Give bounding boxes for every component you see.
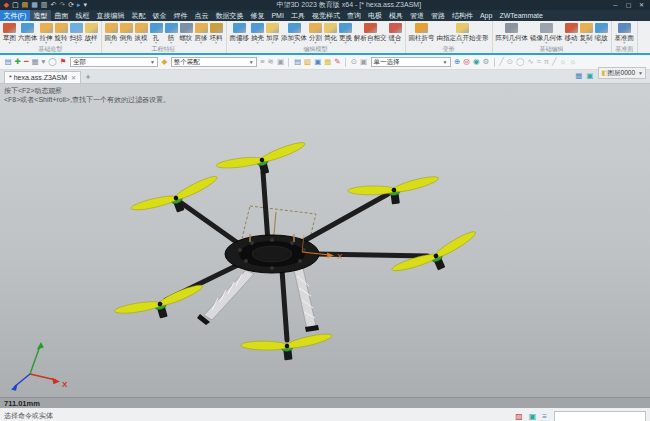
tab-线框[interactable]: 线框 <box>72 10 93 21</box>
minimize-button[interactable]: ─ <box>609 0 622 10</box>
ribbon-item[interactable]: 旋转▾ <box>54 22 69 44</box>
folder-tool-icon[interactable]: ▧ <box>304 55 311 69</box>
tab-结构件[interactable]: 结构件 <box>448 10 476 21</box>
target-icon[interactable]: ⊙ <box>351 55 357 69</box>
entity-filter-select[interactable]: 全部▼ <box>70 57 158 67</box>
ribbon-item[interactable]: 坯料▾ <box>209 22 224 44</box>
tab-修复[interactable]: 修复 <box>247 10 268 21</box>
layer-select[interactable]: ◧ 图层0000 ▼ <box>598 67 646 79</box>
tab-直接编辑[interactable]: 直接编辑 <box>93 10 128 21</box>
tab-点云[interactable]: 点云 <box>191 10 212 21</box>
ribbon-item[interactable]: 圆角▾ <box>104 22 119 44</box>
print-icon[interactable]: ▥ <box>41 0 48 10</box>
tab-模具[interactable]: 模具 <box>385 10 406 21</box>
snap-center-icon[interactable]: ⊙ <box>507 55 513 69</box>
tab-文件(F)[interactable]: 文件(F) <box>0 10 30 21</box>
list-view-icon[interactable]: ≡ <box>260 55 264 69</box>
ribbon-item[interactable]: 倒角▾ <box>119 22 134 44</box>
stop-icon[interactable]: ▣ <box>360 55 367 69</box>
ribbon-item[interactable]: 镜像几何体▾ <box>529 22 564 44</box>
ribbon-item[interactable]: 简化▾ <box>323 22 338 44</box>
display-status-icon[interactable]: ▣ <box>529 412 537 421</box>
maximize-button[interactable]: ▢ <box>622 0 635 10</box>
new-document-button[interactable]: ＋ <box>81 71 95 83</box>
assembly-scope-icon[interactable]: ◆ <box>161 55 167 69</box>
display-mode-icon[interactable]: ▣ <box>586 71 593 80</box>
command-input[interactable] <box>554 411 646 421</box>
circle-snap-icon[interactable]: ◯ <box>48 55 56 69</box>
ribbon-item[interactable]: 螺纹▾ <box>179 22 194 44</box>
list-status-icon[interactable]: ≡ <box>542 412 547 421</box>
new-file-icon[interactable]: ▢ <box>12 0 19 10</box>
ribbon-item[interactable]: 移动▾ <box>564 22 579 44</box>
tab-管道[interactable]: 管道 <box>406 10 427 21</box>
tab-焊件[interactable]: 焊件 <box>170 10 191 21</box>
snap-sun-icon[interactable]: ☼ <box>560 55 567 69</box>
panel-view-icon[interactable]: ▣ <box>277 55 284 69</box>
more-dropdown-icon[interactable]: ▾ <box>84 0 88 10</box>
ribbon-item[interactable]: 拉伸▾ <box>39 22 54 44</box>
ribbon-item[interactable]: 基准面▾ <box>614 22 636 44</box>
ribbon-item[interactable]: 唇缘▾ <box>194 22 209 44</box>
pick-flag-icon[interactable]: ⚑ <box>60 55 67 69</box>
tab-曲面[interactable]: 曲面 <box>51 10 72 21</box>
ribbon-item[interactable]: 放样▾ <box>84 22 99 44</box>
tab-ZWTeammate[interactable]: ZWTeammate <box>496 10 547 21</box>
ribbon-item[interactable]: 扫掠▾ <box>69 22 84 44</box>
viewport-3d[interactable]: 按下<F2>动态观察 <F8>或者<Shift+roll>,查找下一个有效的过滤… <box>0 84 650 397</box>
tab-查询[interactable]: 查询 <box>343 10 364 21</box>
view-grid-icon[interactable]: ▦ <box>575 71 582 80</box>
tab-数据交换[interactable]: 数据交换 <box>212 10 247 21</box>
doc-tool-icon[interactable]: ▤ <box>294 55 301 69</box>
save-icon[interactable]: ▦ <box>31 0 38 10</box>
ribbon-item[interactable]: 面偏移▾ <box>229 22 251 44</box>
sheet-tool-icon[interactable]: ▦ <box>324 55 331 69</box>
play-icon[interactable]: ▸ <box>77 0 81 10</box>
grid-caret-icon[interactable]: ▾ <box>42 55 46 69</box>
snap-curve-icon[interactable]: ∿ <box>527 55 533 69</box>
stack-view-icon[interactable]: ≋ <box>268 55 274 69</box>
grid-snap-icon[interactable]: ▦ <box>31 55 38 69</box>
selection-filter-icon[interactable]: ▨ <box>515 412 523 421</box>
ribbon-item[interactable]: 分割▾ <box>308 22 323 44</box>
tab-钣金[interactable]: 钣金 <box>149 10 170 21</box>
snap-line-icon[interactable]: ╱ <box>499 55 504 69</box>
tab-装配[interactable]: 装配 <box>128 10 149 21</box>
ribbon-item[interactable]: 抽壳▾ <box>250 22 265 44</box>
document-close-icon[interactable]: ✕ <box>71 74 76 81</box>
ribbon-item[interactable]: 六面体▾ <box>17 22 39 44</box>
window-tool-icon[interactable]: ▣ <box>314 55 321 69</box>
edit-tool-icon[interactable]: ✎ <box>334 55 340 69</box>
snap-diag-icon[interactable]: ╱ <box>552 55 557 69</box>
snap-pi-icon[interactable]: π <box>544 55 549 69</box>
ribbon-item[interactable]: 加厚▾ <box>265 22 280 44</box>
tab-视觉样式[interactable]: 视觉样式 <box>308 10 343 21</box>
redo-icon[interactable]: ↷ <box>59 0 65 10</box>
ribbon-item[interactable]: 筋▾ <box>164 22 179 44</box>
ribbon-item[interactable]: 缝合▾ <box>388 22 403 44</box>
ribbon-item[interactable]: 孔▾ <box>149 22 164 44</box>
move-handle-icon[interactable]: ⊕ <box>454 55 460 69</box>
tab-造型[interactable]: 造型 <box>30 10 51 21</box>
point-handle-icon[interactable]: ◉ <box>473 55 480 69</box>
ribbon-item[interactable]: 添加实体▾ <box>280 22 308 44</box>
settings-icon[interactable]: ⚙ <box>482 55 489 69</box>
scope-select[interactable]: 整个装配▼ <box>171 57 257 67</box>
tab-电极[interactable]: 电极 <box>364 10 385 21</box>
tab-PMI[interactable]: PMI <box>268 10 287 21</box>
ribbon-item[interactable]: 草图▾ <box>2 22 17 44</box>
undo-icon[interactable]: ↶ <box>50 0 56 10</box>
ribbon-item[interactable]: 复制▾ <box>579 22 594 44</box>
tab-App[interactable]: App <box>476 10 495 21</box>
snap-spline-icon[interactable]: ≈ <box>537 55 541 69</box>
remove-filter-icon[interactable]: ━ <box>24 55 29 69</box>
ribbon-item[interactable]: 缩放▾ <box>594 22 609 44</box>
manager-toggle-icon[interactable]: ▤ <box>5 55 12 69</box>
ribbon-item[interactable]: 阵列几何体▾ <box>495 22 530 44</box>
ribbon-item[interactable]: 由指定点开始变形▾ <box>436 22 490 44</box>
refresh-icon[interactable]: ⟳ <box>68 0 74 10</box>
close-button[interactable]: ✕ <box>635 0 648 10</box>
open-file-icon[interactable]: ▤ <box>22 0 29 10</box>
tab-工具[interactable]: 工具 <box>287 10 308 21</box>
document-tab[interactable]: * hexa.ass.Z3ASM ✕ <box>4 71 81 83</box>
